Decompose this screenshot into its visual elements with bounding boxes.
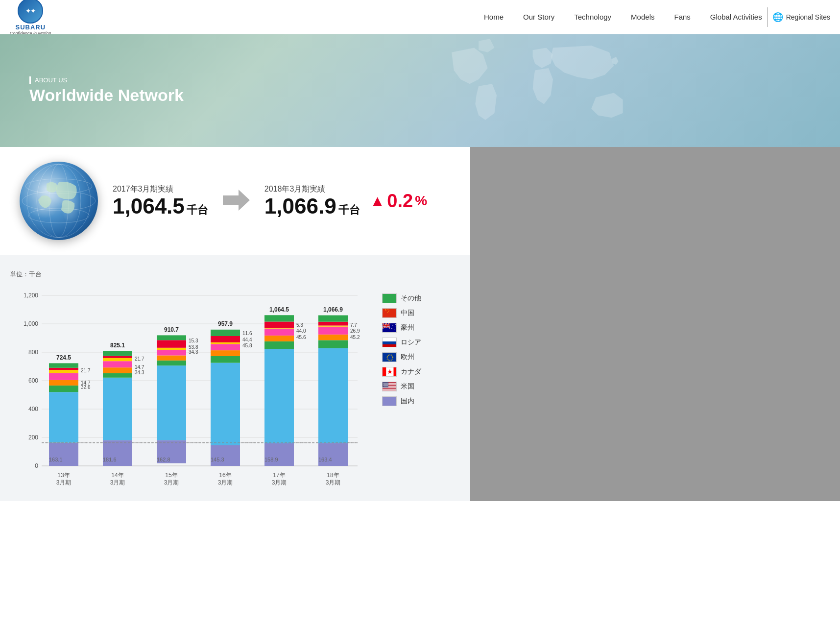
stat-2018-value: 1,066.9: [264, 195, 336, 217]
svg-rect-52: [264, 328, 294, 329]
stat-change-unit: %: [415, 193, 427, 209]
nav-our-story[interactable]: Our Story: [523, 13, 554, 21]
stat-2017: 2017年3月期実績 1,064.5 千台: [113, 184, 208, 218]
stats-content: 2017年3月期実績 1,064.5 千台 2018年3月期実績 1,066.: [113, 184, 427, 218]
svg-text:1,200: 1,200: [24, 292, 38, 299]
svg-marker-6: [223, 190, 250, 211]
svg-rect-143: [383, 388, 397, 388]
svg-text:15.3: 15.3: [189, 338, 198, 343]
globe-icon: 🌐: [772, 12, 783, 23]
legend-label-europe: 欧州: [401, 353, 414, 362]
svg-point-151: [387, 383, 388, 384]
svg-rect-54: [264, 315, 294, 321]
svg-text:44.4: 44.4: [242, 337, 252, 342]
nav-fans[interactable]: Fans: [674, 13, 690, 21]
nav-models[interactable]: Models: [631, 13, 654, 21]
svg-text:3月期: 3月期: [272, 479, 287, 486]
svg-rect-63: [318, 322, 348, 326]
svg-point-161: [387, 385, 388, 386]
hero-content: ABOUT US Worldwide Network: [0, 76, 184, 105]
svg-point-163: [384, 386, 385, 387]
chart-section: 単位：千台 1,200 1,000 800 600 400 200 0: [0, 255, 470, 501]
svg-rect-60: [318, 335, 348, 340]
legend-label-china: 中国: [401, 309, 414, 317]
svg-rect-48: [264, 349, 294, 443]
legend-item-other: その他: [382, 293, 460, 303]
chart-main: 1,200 1,000 800 600 400 200 0: [10, 284, 372, 491]
svg-text:45.8: 45.8: [242, 343, 252, 348]
svg-rect-49: [264, 341, 294, 349]
regional-sites-label: Regional Sites: [786, 13, 830, 21]
svg-rect-53: [264, 322, 294, 328]
svg-text:957.9: 957.9: [218, 320, 233, 327]
svg-text:158.9: 158.9: [264, 457, 278, 462]
svg-rect-121: [383, 344, 397, 347]
nav-divider: [767, 7, 768, 27]
svg-text:825.1: 825.1: [110, 342, 125, 349]
legend-color-domestic: [382, 396, 397, 406]
svg-rect-51: [264, 329, 294, 336]
svg-text:145.3: 145.3: [211, 457, 224, 462]
svg-point-166: [387, 386, 388, 387]
bar1-aus: [49, 370, 78, 373]
svg-point-153: [384, 384, 385, 385]
svg-point-158: [384, 385, 385, 386]
legend-label-domestic: 国内: [401, 397, 414, 406]
svg-rect-29: [157, 361, 186, 365]
stat-2017-unit: 千台: [187, 203, 208, 218]
nav-global-activities[interactable]: Global Activities: [710, 13, 762, 21]
svg-text:15年: 15年: [165, 472, 177, 479]
svg-text:400: 400: [28, 406, 38, 412]
bar2-aus: [103, 358, 132, 361]
nav-home[interactable]: Home: [484, 13, 504, 21]
up-arrow-icon: ▲: [370, 192, 385, 210]
svg-text:44.0: 44.0: [296, 328, 306, 334]
svg-text:1,064.5: 1,064.5: [269, 306, 289, 313]
svg-text:800: 800: [28, 349, 38, 356]
stat-2018-year: 2018年3月期実績: [264, 184, 360, 194]
svg-rect-40: [211, 350, 240, 356]
legend-flag-russia: [382, 338, 397, 347]
svg-rect-33: [157, 340, 186, 348]
legend-label-other: その他: [401, 294, 421, 303]
svg-rect-58: [318, 348, 348, 443]
regional-sites[interactable]: 🌐 Regional Sites: [772, 12, 830, 23]
svg-rect-62: [318, 326, 348, 327]
svg-text:910.7: 910.7: [164, 326, 179, 333]
svg-text:11.6: 11.6: [242, 331, 252, 336]
svg-text:1,066.9: 1,066.9: [323, 306, 343, 313]
svg-point-162: [384, 386, 384, 387]
svg-rect-120: [383, 341, 397, 344]
arrow-container: [223, 187, 250, 216]
legend-item-domestic: 国内: [382, 396, 460, 406]
svg-rect-43: [211, 336, 240, 342]
svg-rect-122: [383, 353, 397, 362]
svg-rect-39: [211, 356, 240, 363]
nav-technology[interactable]: Technology: [574, 13, 611, 21]
world-map-bg: [252, 34, 840, 147]
svg-text:18年: 18年: [327, 472, 339, 479]
navbar: ✦✦ SUBARU Confidence in Motion Home Our …: [0, 0, 840, 34]
legend-label-usa: 米国: [401, 382, 414, 391]
svg-text:14.7: 14.7: [135, 364, 144, 370]
svg-point-150: [386, 383, 387, 384]
bar1-other: [49, 363, 78, 367]
bar1-us: [49, 392, 78, 443]
svg-text:3月期: 3月期: [56, 479, 72, 486]
legend-item-usa: 米国: [382, 382, 460, 391]
svg-text:14年: 14年: [111, 472, 123, 479]
legend-flag-europe: [382, 352, 397, 362]
svg-text:3月期: 3月期: [326, 479, 341, 486]
svg-text:17年: 17年: [273, 472, 285, 479]
svg-point-165: [386, 386, 387, 387]
svg-rect-42: [211, 342, 240, 344]
svg-point-156: [387, 384, 388, 385]
stat-2017-year: 2017年3月期実績: [113, 184, 208, 194]
logo-stars: ✦✦: [25, 7, 35, 15]
svg-text:34.3: 34.3: [135, 370, 144, 375]
svg-point-149: [385, 383, 386, 384]
brand-name: SUBARU: [15, 24, 46, 31]
svg-text:0: 0: [35, 462, 38, 469]
logo-area[interactable]: ✦✦ SUBARU Confidence in Motion: [10, 0, 51, 36]
content-area: 2017年3月期実績 1,064.5 千台 2018年3月期実績 1,066.: [0, 147, 470, 501]
